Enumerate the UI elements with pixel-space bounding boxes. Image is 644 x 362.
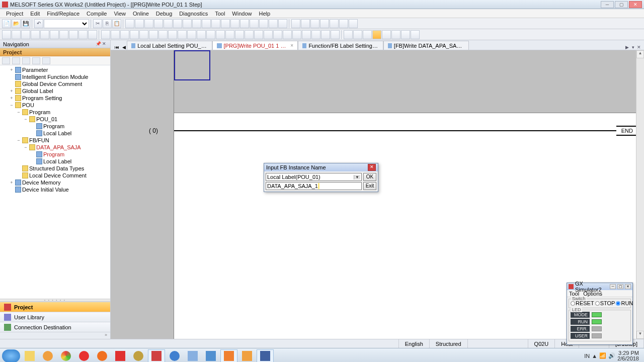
- new-button[interactable]: 📄: [2, 19, 11, 28]
- minimize-button[interactable]: ─: [601, 1, 614, 8]
- tray-flag-icon[interactable]: ▲: [592, 353, 597, 359]
- tb-btn[interactable]: [101, 30, 110, 39]
- taskbar-app[interactable]: [238, 349, 256, 363]
- sim-run-radio[interactable]: RUN: [616, 300, 633, 306]
- taskbar-app[interactable]: [39, 349, 56, 363]
- taskbar-opera[interactable]: [75, 349, 93, 363]
- tray-network-icon[interactable]: 📶: [599, 352, 606, 359]
- tree-pou01-local-label[interactable]: Local Label: [1, 130, 109, 137]
- tree-pou-01[interactable]: −POU_01: [1, 116, 109, 123]
- tb-btn[interactable]: [310, 19, 319, 28]
- ladder-editor[interactable]: ( 0) END ▲ ▼: [111, 50, 644, 339]
- ladder-rung-0[interactable]: ( 0) END: [174, 126, 639, 136]
- tb-btn[interactable]: [344, 30, 353, 39]
- taskbar-acrobat[interactable]: [112, 349, 129, 363]
- tb-btn[interactable]: [149, 30, 158, 39]
- tb-btn[interactable]: [139, 30, 148, 39]
- sim-menu-tool[interactable]: Tool: [569, 291, 579, 297]
- toolbar-combo[interactable]: [44, 19, 89, 28]
- tb-btn[interactable]: [259, 19, 268, 28]
- menu-diagnostics[interactable]: Diagnostics: [176, 10, 211, 17]
- tree-pou01-program[interactable]: Program: [1, 123, 109, 130]
- tb-btn[interactable]: [211, 19, 220, 28]
- undo-button[interactable]: ↶: [34, 19, 43, 28]
- ladder-cursor[interactable]: [174, 50, 210, 80]
- maximize-button[interactable]: ▢: [615, 1, 628, 8]
- tb-btn[interactable]: [173, 19, 182, 28]
- menu-project[interactable]: Project: [3, 10, 26, 17]
- tb-btn[interactable]: [144, 19, 153, 28]
- tb-btn[interactable]: [269, 19, 278, 28]
- open-button[interactable]: 📂: [12, 19, 21, 28]
- tab-nav-next[interactable]: ▶: [624, 45, 630, 50]
- menu-help[interactable]: Help: [256, 10, 273, 17]
- dialog-exit-button[interactable]: Exit: [363, 182, 376, 190]
- tb-btn[interactable]: [230, 19, 239, 28]
- tab-prg-write[interactable]: [PRG]Write POU_01 1 Step×: [212, 41, 298, 50]
- tb-btn[interactable]: [264, 30, 273, 39]
- tab-nav-prev[interactable]: ◀: [121, 45, 127, 50]
- tab-fb-write[interactable]: [FB]Write DATA_APA_SAJA (8)Ste...: [383, 41, 469, 50]
- tb-btn[interactable]: [278, 19, 287, 28]
- tab-function-fb[interactable]: Function/FB Label Setting DATA...: [298, 41, 383, 50]
- tb-btn[interactable]: [302, 30, 311, 39]
- tb-btn[interactable]: [111, 30, 120, 39]
- tree-fb-fun[interactable]: −FB/FUN: [1, 137, 109, 144]
- taskbar-explorer[interactable]: [21, 349, 38, 363]
- tb-btn[interactable]: [178, 30, 187, 39]
- tb-btn[interactable]: [154, 19, 163, 28]
- vertical-scrollbar[interactable]: ▲ ▼: [636, 50, 644, 339]
- tb-btn[interactable]: [254, 30, 263, 39]
- menu-find-replace[interactable]: Find/Replace: [44, 10, 83, 17]
- tb-btn[interactable]: [225, 30, 234, 39]
- tb-btn[interactable]: [240, 19, 249, 28]
- tb-btn[interactable]: [321, 30, 330, 39]
- tb-btn[interactable]: [245, 30, 254, 39]
- tree-global-device-comment[interactable]: Global Device Comment: [1, 80, 109, 87]
- tb-btn[interactable]: [202, 19, 211, 28]
- start-button[interactable]: [2, 349, 20, 363]
- taskbar-app[interactable]: [257, 349, 274, 363]
- taskbar-app[interactable]: [184, 349, 201, 363]
- tb-btn[interactable]: [78, 30, 88, 39]
- taskbar-gxworks[interactable]: [148, 349, 165, 363]
- menu-tool[interactable]: Tool: [212, 10, 228, 17]
- tb-btn[interactable]: [216, 30, 225, 39]
- tree-data-apa-saja[interactable]: −DATA_APA_SAJA: [1, 144, 109, 151]
- tb-btn[interactable]: [168, 30, 177, 39]
- tb-btn[interactable]: [320, 19, 329, 28]
- scroll-up-button[interactable]: ▲: [636, 50, 644, 58]
- tb-btn[interactable]: [40, 30, 49, 39]
- taskbar-firefox[interactable]: [94, 349, 111, 363]
- nav-view-icon[interactable]: [22, 57, 30, 64]
- sim-stop-radio[interactable]: STOP: [595, 300, 615, 306]
- scroll-down-button[interactable]: ▼: [636, 331, 644, 339]
- sim-minimize-button[interactable]: ─: [610, 284, 616, 289]
- nav-close-button[interactable]: ✕: [101, 41, 107, 47]
- sim-maximize-button[interactable]: ▢: [617, 284, 623, 289]
- tree-program-setting[interactable]: +Program Setting: [1, 95, 109, 102]
- simulator-titlebar[interactable]: GX Simulator2 ─ ▢ ✕: [567, 283, 632, 290]
- tb-btn[interactable]: [273, 30, 282, 39]
- tb-btn[interactable]: [401, 30, 410, 39]
- tb-btn[interactable]: [192, 19, 201, 28]
- tb-btn[interactable]: [372, 30, 381, 39]
- menu-window[interactable]: Window: [229, 10, 255, 17]
- nav-view-icon[interactable]: [2, 57, 10, 64]
- sim-menu-options[interactable]: Options: [583, 291, 602, 297]
- dialog-titlebar[interactable]: Input FB Instance Name ✕: [264, 163, 378, 171]
- tb-btn[interactable]: [331, 30, 340, 39]
- tb-btn[interactable]: [21, 30, 30, 39]
- tree-das-local-label[interactable]: Local Label: [1, 158, 109, 165]
- taskbar-app[interactable]: [202, 349, 219, 363]
- nav-project-button[interactable]: Project: [0, 302, 110, 312]
- tree-global-label[interactable]: +Global Label: [1, 87, 109, 95]
- tb-btn[interactable]: [301, 19, 310, 28]
- tree-local-device-comment[interactable]: Local Device Comment: [1, 172, 109, 179]
- tb-btn[interactable]: [311, 30, 320, 39]
- dialog-close-button[interactable]: ✕: [368, 164, 376, 171]
- tab-close-all[interactable]: ✕: [636, 45, 642, 50]
- tab-nav-first[interactable]: ⏮: [113, 45, 121, 50]
- tb-btn[interactable]: [411, 30, 420, 39]
- nav-footer[interactable]: »: [0, 332, 110, 339]
